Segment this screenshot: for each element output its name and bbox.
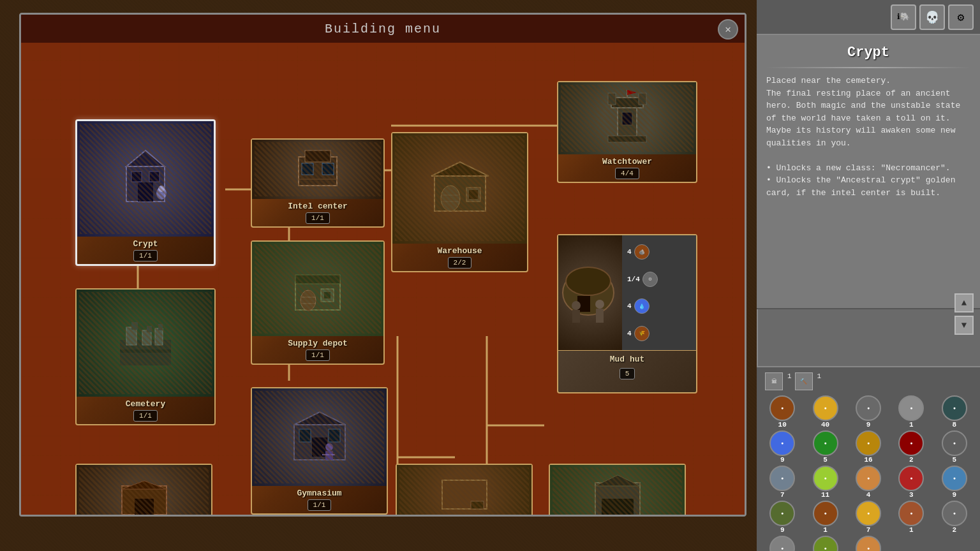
svg-rect-28: [299, 157, 337, 186]
resource-cell-9: ● 5: [934, 430, 975, 464]
res-circle-9: ●: [942, 430, 967, 456]
svg-rect-66: [312, 437, 327, 457]
scroll-down-button[interactable]: ▼: [954, 316, 974, 335]
res-num-0: 10: [778, 421, 787, 429]
resource-cell-4: ● 8: [934, 395, 975, 429]
res-circle-15: ●: [769, 501, 795, 526]
res-num-4: 8: [952, 421, 956, 429]
svg-point-18: [156, 187, 167, 200]
building-count-1: 1: [787, 372, 792, 390]
skull-button[interactable]: 💀: [919, 4, 945, 30]
mudhut-count: 5: [620, 368, 635, 379]
res-num-13: 3: [909, 491, 914, 499]
crypt-card[interactable]: Crypt 1/1: [75, 119, 216, 266]
cemetery-card[interactable]: Cemetery 1/1: [75, 288, 216, 425]
settings-button[interactable]: ⚙: [948, 4, 974, 30]
building-icon-1: 🏛: [765, 372, 783, 390]
svg-rect-45: [324, 292, 330, 298]
close-button[interactable]: ✕: [718, 19, 738, 40]
resource-cell-3: ● 1: [891, 395, 932, 429]
resource-cell-0: ● 10: [762, 395, 803, 429]
supply-name: Supply depot: [286, 336, 349, 349]
res-num-6: 5: [823, 456, 828, 464]
res-num-9: 5: [952, 456, 956, 464]
building-count-2: 1: [817, 372, 822, 390]
gymnasium-image: [252, 388, 387, 486]
info-elephant-button[interactable]: ℹ🐘: [891, 4, 916, 30]
bottom-mid-image: [397, 465, 531, 515]
svg-point-58: [572, 301, 581, 310]
resource-cell-17: ● 7: [848, 501, 889, 534]
intel-center-card[interactable]: Intel center 1/1: [251, 138, 385, 228]
res-circle-16: ●: [813, 501, 838, 526]
res-circle-13: ●: [898, 466, 924, 491]
watchtower-image: [558, 82, 696, 154]
res-num-11: 11: [821, 491, 829, 499]
bottom-mid-card[interactable]: 5: [396, 464, 533, 515]
res-num-10: 7: [780, 491, 785, 499]
res-circle-8: ●: [898, 430, 924, 456]
res-num-2: 9: [866, 421, 871, 429]
res-circle-1: ●: [813, 395, 838, 421]
resource-cell-5: ● 9: [762, 430, 803, 464]
svg-marker-63: [294, 412, 345, 425]
res-circle-17: ●: [856, 501, 881, 526]
resource-cell-2: ● 9: [848, 395, 889, 429]
svg-point-41: [301, 290, 316, 311]
bottom-right-card[interactable]: [549, 464, 686, 515]
bottom-left-card[interactable]: [75, 464, 212, 515]
svg-marker-14: [126, 151, 165, 166]
intel-image: [252, 140, 383, 199]
res-circle-14: ●: [942, 466, 967, 491]
res-num-19: 2: [952, 526, 956, 534]
svg-rect-15: [138, 182, 153, 202]
intel-count: 1/1: [306, 212, 330, 224]
svg-rect-33: [434, 176, 486, 211]
bottom-left-image: [77, 465, 211, 515]
building-icon-2: 🔨: [795, 372, 813, 390]
svg-rect-48: [611, 98, 643, 108]
resource-cell-16: ● 1: [805, 501, 845, 534]
svg-point-60: [595, 300, 604, 309]
supply-depot-card[interactable]: Supply depot 1/1: [251, 240, 385, 365]
res-circle-6: ●: [813, 430, 838, 456]
building-menu-window: Building menu ✕: [19, 13, 746, 517]
mudhut-res-row2: 1/4 ⚙: [624, 270, 694, 289]
resource-cell-10: ● 7: [762, 466, 803, 499]
mudhut-card[interactable]: 4 🪨 1/4 ⚙ 4 💧 4 🌾: [557, 234, 697, 393]
mudhut-name: Mud hut: [609, 352, 646, 365]
mudhut-res2-icon: ⚙: [642, 272, 658, 287]
svg-rect-65: [329, 429, 340, 442]
res-circle-18: ●: [898, 501, 924, 526]
info-title: Crypt: [766, 45, 970, 61]
watchtower-card[interactable]: Watchtower 4/4: [557, 81, 697, 183]
svg-rect-47: [618, 103, 637, 141]
crypt-image: [77, 121, 214, 237]
svg-point-56: [566, 267, 611, 295]
svg-rect-50: [639, 93, 646, 105]
resource-cell-18: ● 1: [891, 501, 932, 534]
map-area: Crypt 1/1 Cemetery 1/1: [21, 43, 745, 515]
cemetery-name: Cemetery: [124, 397, 167, 410]
gymnasium-card[interactable]: Gymnasium 1/1: [251, 387, 388, 515]
svg-rect-72: [135, 499, 154, 515]
res-num-17: 7: [866, 526, 871, 534]
window-title: Building menu: [325, 22, 441, 36]
bottom-right-image: [550, 465, 685, 515]
warehouse-card[interactable]: Warehouse 2/2: [391, 132, 528, 272]
resource-cell-14: ● 9: [934, 466, 975, 499]
res-circle-4: ●: [942, 395, 967, 421]
resource-cell-12: ● 4: [848, 466, 889, 499]
svg-rect-27: [120, 349, 171, 353]
resource-cell-6: ● 5: [805, 430, 845, 464]
svg-rect-29: [305, 151, 330, 162]
svg-rect-70: [122, 486, 167, 515]
svg-rect-61: [596, 309, 604, 323]
res-num-15: 9: [780, 526, 785, 534]
scroll-up-button[interactable]: ▲: [954, 293, 974, 312]
svg-rect-20: [120, 340, 171, 365]
watchtower-count: 4/4: [615, 168, 639, 179]
svg-marker-71: [122, 481, 167, 489]
watchtower-name: Watchtower: [601, 154, 653, 168]
resource-cell-20: ● 2: [762, 536, 803, 551]
